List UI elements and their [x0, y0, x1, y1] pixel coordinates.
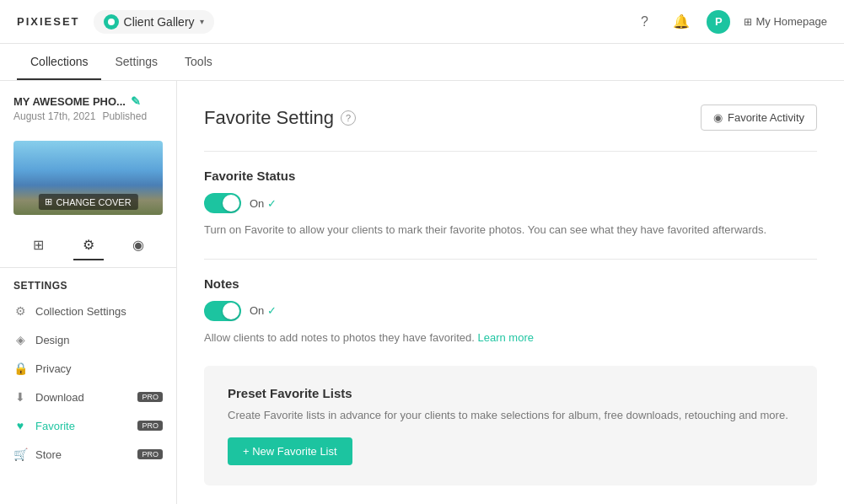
sidebar-item-design-label: Design — [35, 334, 163, 346]
learn-more-link[interactable]: Learn more — [478, 331, 534, 344]
favorite-status-title: Favorite Status — [204, 169, 817, 183]
avatar-button[interactable]: P — [707, 10, 730, 34]
tab-settings[interactable]: Settings — [101, 45, 171, 80]
settings-tab-icon[interactable]: ⚙ — [73, 230, 104, 260]
sidebar-section-title: Settings — [0, 268, 176, 297]
gallery-dot-icon — [104, 14, 119, 29]
published-badge: Published — [102, 110, 147, 122]
gallery-selector[interactable]: Client Gallery ▾ — [94, 10, 214, 34]
sub-nav-tabs: Collections Settings Tools — [17, 45, 226, 79]
sub-nav: Collections Settings Tools — [0, 44, 844, 81]
tab-collections[interactable]: Collections — [17, 45, 101, 80]
sidebar-item-download[interactable]: ⬇ Download PRO — [0, 383, 176, 411]
check-icon: ✓ — [267, 197, 277, 210]
favorite-status-toggle-row: On ✓ — [204, 193, 817, 213]
favorite-status-toggle[interactable] — [204, 193, 241, 213]
download-icon: ⬇ — [13, 390, 27, 404]
store-icon: 🛒 — [13, 448, 27, 461]
section-divider-notes — [204, 259, 817, 260]
chevron-down-icon: ▾ — [200, 17, 204, 26]
page-title: Favorite Setting ? — [204, 107, 356, 129]
top-nav-right: ? 🔔 P My Homepage — [632, 10, 827, 34]
notes-toggle-label: On ✓ — [250, 304, 277, 317]
sidebar-icon-row: ⊞ ⚙ ◉ — [0, 223, 176, 268]
favorite-pro-badge: PRO — [137, 421, 163, 431]
collection-cover: ⊞ CHANGE COVER — [13, 141, 163, 215]
store-pro-badge: PRO — [137, 449, 163, 459]
notifications-button[interactable]: 🔔 — [669, 10, 693, 34]
collection-date: August 17th, 2021 — [13, 110, 95, 122]
change-cover-button[interactable]: ⊞ CHANGE COVER — [38, 194, 137, 210]
tab-tools[interactable]: Tools — [171, 45, 226, 80]
favorite-status-toggle-label: On ✓ — [250, 197, 277, 210]
new-favorite-list-button[interactable]: + New Favorite List — [228, 437, 352, 465]
notes-toggle-row: On ✓ — [204, 301, 817, 321]
design-icon: ◈ — [13, 333, 27, 346]
sidebar-item-store[interactable]: 🛒 Store PRO — [0, 440, 176, 469]
download-pro-badge: PRO — [137, 392, 163, 402]
photos-tab-icon[interactable]: ⊞ — [24, 230, 54, 260]
notes-toggle-knob — [223, 303, 239, 319]
edit-collection-icon[interactable]: ✎ — [131, 94, 141, 108]
favorite-status-desc: Turn on Favorite to allow your clients t… — [204, 222, 817, 239]
sidebar-item-store-label: Store — [35, 448, 129, 461]
sidebar-item-privacy[interactable]: 🔒 Privacy — [0, 354, 176, 383]
help-button[interactable]: ? — [632, 10, 656, 34]
sidebar-item-favorite-label: Favorite — [35, 420, 129, 432]
notes-section: Notes On ✓ Allow clients to add notes to… — [204, 276, 817, 346]
favorite-status-section: Favorite Status On ✓ Turn on Favorite to… — [204, 169, 817, 239]
notes-title: Notes — [204, 276, 817, 291]
gallery-name: Client Gallery — [124, 15, 195, 29]
sidebar-item-download-label: Download — [35, 391, 129, 404]
notes-check-icon: ✓ — [267, 304, 277, 317]
sidebar-item-favorite[interactable]: ♥ Favorite PRO — [0, 411, 176, 440]
privacy-icon: 🔒 — [13, 362, 27, 375]
brand-logo: PIXIESET — [17, 15, 80, 28]
sidebar-item-privacy-label: Privacy — [35, 362, 163, 375]
collection-settings-icon: ⚙ — [13, 304, 27, 318]
collection-info: MY AWESOME PHO... ✎ August 17th, 2021 Pu… — [0, 94, 176, 132]
preset-title: Preset Favorite Lists — [228, 386, 793, 400]
main-content: Favorite Setting ? ◉ Favorite Activity F… — [177, 81, 844, 504]
notes-toggle[interactable] — [204, 301, 241, 321]
page-header: Favorite Setting ? ◉ Favorite Activity — [204, 105, 817, 131]
top-nav-left: PIXIESET Client Gallery ▾ — [17, 10, 214, 34]
toggle-knob — [223, 195, 239, 212]
image-icon: ⊞ — [45, 196, 52, 207]
favorite-activity-button[interactable]: ◉ Favorite Activity — [701, 105, 817, 131]
my-homepage-link[interactable]: My Homepage — [744, 15, 827, 28]
favorite-icon: ♥ — [13, 419, 27, 432]
collection-meta: August 17th, 2021 Published — [13, 110, 163, 122]
section-divider-top — [204, 151, 817, 152]
preset-box: Preset Favorite Lists Create Favorite li… — [204, 366, 817, 485]
main-layout: MY AWESOME PHO... ✎ August 17th, 2021 Pu… — [0, 81, 844, 504]
rss-tab-icon[interactable]: ◉ — [123, 230, 153, 260]
help-icon[interactable]: ? — [341, 110, 356, 126]
sidebar-item-collection-settings[interactable]: ⚙ Collection Settings — [0, 297, 176, 325]
top-nav: PIXIESET Client Gallery ▾ ? 🔔 P My Homep… — [0, 0, 844, 44]
sidebar-item-collection-settings-label: Collection Settings — [35, 305, 163, 318]
sidebar: MY AWESOME PHO... ✎ August 17th, 2021 Pu… — [0, 81, 177, 504]
sidebar-item-design[interactable]: ◈ Design — [0, 325, 176, 354]
notes-desc: Allow clients to add notes to photos the… — [204, 330, 817, 346]
collection-title: MY AWESOME PHO... ✎ — [13, 94, 163, 108]
rss-icon: ◉ — [713, 111, 723, 124]
preset-desc: Create Favorite lists in advance for you… — [228, 407, 793, 424]
